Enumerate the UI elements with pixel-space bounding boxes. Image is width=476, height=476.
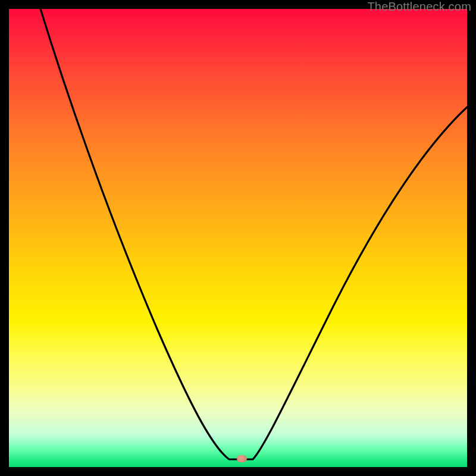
chart-frame: TheBottleneck.com <box>0 0 476 476</box>
watermark-text: TheBottleneck.com <box>367 0 471 14</box>
optimal-point-marker <box>237 455 247 462</box>
plot-area <box>9 9 467 467</box>
curve-path <box>40 9 467 459</box>
bottleneck-curve <box>9 9 467 467</box>
